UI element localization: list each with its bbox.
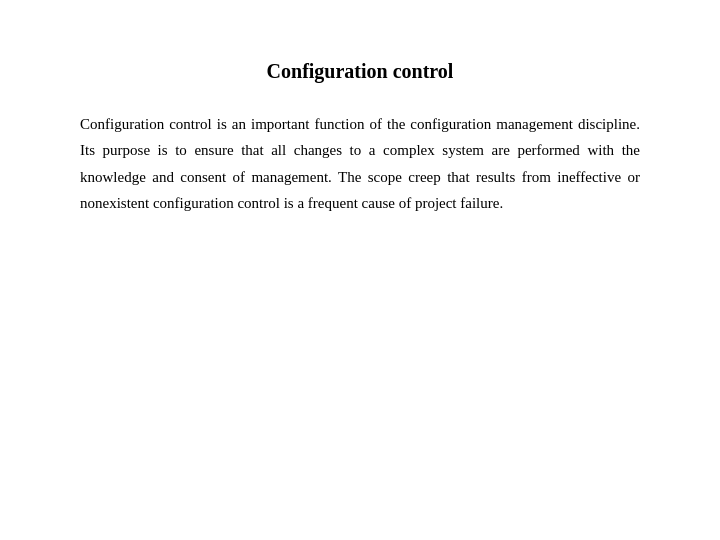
body-paragraph: Configuration control is an important fu… — [80, 111, 640, 216]
page-title: Configuration control — [80, 60, 640, 83]
page-container: Configuration control Configuration cont… — [0, 0, 720, 540]
